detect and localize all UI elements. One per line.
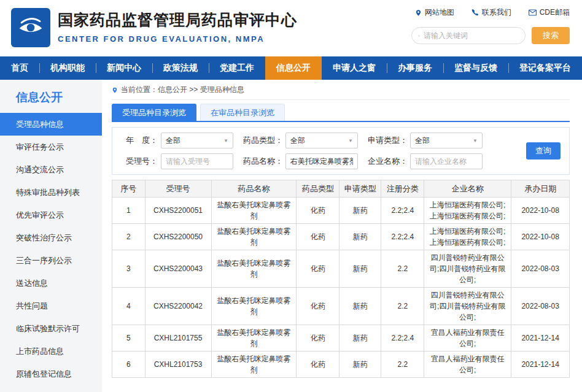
cell-seq: 2 — [112, 224, 146, 250]
sidebar-item[interactable]: 突破性治疗公示 — [0, 226, 102, 249]
cell-drug-type: 化药 — [297, 325, 340, 352]
table-header-cell: 药品名称 — [211, 180, 297, 198]
nav-item-label: 政策法规 — [163, 63, 198, 74]
cell-drug-name: 盐酸右美托咪定鼻喷雾剂 — [211, 288, 297, 325]
cde-mail-link-label: CDE邮箱 — [540, 7, 570, 18]
cell-date: 2022-08-03 — [511, 288, 570, 325]
cell-company: 上海恒瑞医药有限公司;上海恒瑞医药有限公司; — [424, 198, 511, 224]
breadcrumb-text: 当前位置：信息公开 >> 受理品种信息 — [121, 85, 244, 95]
tabs: 受理品种目录浏览 在审品种目录浏览 — [112, 104, 570, 122]
sidebar-item[interactable]: 沟通交流公示 — [0, 158, 102, 181]
company-label: 企业名称： — [368, 156, 407, 167]
tab[interactable]: 受理品种目录浏览 — [112, 104, 196, 121]
cell-drug-type: 化药 — [297, 352, 340, 378]
drug-name-label: 药品名称： — [243, 156, 282, 167]
table-header-row: 序号 受理号 药品名称 药品类型 申请类型 注册分类 企业名称 — [112, 180, 570, 198]
sidebar-item[interactable]: 受理品种信息 — [0, 113, 102, 136]
apply-type-label: 申请类型： — [368, 135, 407, 146]
cell-reg-class: 2.2 — [381, 352, 424, 378]
search-button[interactable]: 搜索 — [532, 27, 570, 44]
cell-seq: 5 — [112, 325, 146, 352]
sidebar-item[interactable]: 特殊审批品种列表 — [0, 181, 102, 204]
cell-reg-class: 2.2;2.4 — [381, 325, 424, 352]
cell-apply-type: 新药 — [340, 198, 381, 224]
company-filter: 企业名称： — [368, 153, 483, 169]
cell-reg-class: 2.2;2.4 — [381, 198, 424, 224]
sidebar-item-label: 审评任务公示 — [16, 142, 64, 152]
sidebar-item-label: 优先审评公示 — [16, 210, 64, 220]
sidebar-item[interactable]: 上市药品信息 — [0, 340, 102, 363]
cde-logo[interactable] — [11, 8, 50, 47]
nav-item[interactable]: 首页 — [0, 56, 39, 80]
sidebar-item[interactable]: 药品目录集信息 — [0, 385, 102, 392]
table-row: 5 CXHL2101755 盐酸右美托咪定鼻喷雾剂 化药 新药 2.2;2.4 … — [112, 325, 570, 352]
query-button[interactable]: 查询 — [526, 142, 561, 159]
nav-item[interactable]: 监督与反馈 — [443, 56, 508, 80]
nav-item[interactable]: 登记备案平台 — [508, 56, 582, 80]
table-header-cell: 申请类型 — [340, 180, 381, 198]
search-box — [411, 27, 526, 44]
accept-no-filter: 受理号： — [118, 153, 233, 169]
drug-type-filter: 药品类型： 全部 ▼ — [243, 133, 358, 148]
nav-item[interactable]: 政策法规 — [152, 56, 209, 80]
sidebar-item-label: 受理品种信息 — [16, 120, 64, 129]
sidebar-item[interactable]: 审评任务公示 — [0, 136, 102, 158]
drug-name-input[interactable] — [285, 153, 358, 169]
sitemap-link[interactable]: 网站地图 — [415, 7, 454, 18]
sidebar-item[interactable]: 送达信息 — [0, 272, 102, 294]
cell-date: 2022-10-08 — [511, 198, 570, 224]
accept-no-label: 受理号： — [118, 156, 158, 167]
nav-item[interactable]: 信息公开 — [265, 56, 322, 80]
filter-panel: 年 度： 全部 ▼ 药品类型： 全部 ▼ 申请类 — [112, 127, 570, 175]
nav-item[interactable]: 党建工作 — [209, 56, 265, 80]
sidebar-item-label: 送达信息 — [16, 279, 48, 288]
nav-item-label: 登记备案平台 — [519, 63, 571, 74]
nav-item-label: 党建工作 — [220, 63, 254, 74]
site-title: 国家药品监督管理局药品审评中心 — [58, 10, 297, 30]
sidebar-item[interactable]: 优先审评公示 — [0, 204, 102, 226]
nav-item[interactable]: 新闻中心 — [96, 56, 152, 80]
company-input[interactable] — [410, 153, 483, 169]
chevron-down-icon: ▼ — [473, 138, 478, 144]
year-select[interactable]: 全部 ▼ — [161, 133, 233, 148]
nav-item[interactable]: 机构职能 — [39, 56, 96, 80]
contact-us-link[interactable]: 联系我们 — [471, 7, 511, 18]
drug-name-filter: 药品名称： — [243, 153, 358, 169]
cell-apply-type: 新药 — [340, 250, 381, 288]
sidebar-item[interactable]: 三合一序列公示 — [0, 249, 102, 272]
year-filter: 年 度： 全部 ▼ — [118, 133, 233, 148]
sidebar-title: 信息公开 — [0, 80, 102, 113]
sitemap-link-label: 网站地图 — [425, 7, 454, 18]
sidebar-item[interactable]: 共性问题 — [0, 294, 102, 317]
main-nav: 首页 机构职能 新闻中心 政策法规 党建工作 信息公开 申请人之窗 — [0, 56, 582, 80]
accept-no-input[interactable] — [161, 153, 233, 169]
nav-item[interactable]: 申请人之窗 — [322, 56, 387, 80]
tab-label: 受理品种目录浏览 — [122, 108, 186, 117]
cell-date: 2021-12-14 — [511, 325, 570, 352]
envelope-icon — [529, 9, 537, 16]
cell-accept-no: CXHS2200042 — [145, 288, 211, 325]
drug-type-select[interactable]: 全部 ▼ — [285, 133, 358, 148]
nav-item-label: 信息公开 — [276, 63, 311, 74]
cell-date: 2022-10-08 — [511, 224, 570, 250]
year-label: 年 度： — [118, 135, 158, 146]
apply-type-select[interactable]: 全部 ▼ — [410, 133, 483, 148]
contact-us-link-label: 联系我们 — [482, 7, 511, 18]
cell-apply-type: 新药 — [340, 352, 381, 378]
cde-mail-link[interactable]: CDE邮箱 — [529, 7, 570, 18]
cell-drug-type: 化药 — [297, 250, 340, 288]
sidebar-item[interactable]: 原辅包登记信息 — [0, 363, 102, 385]
sidebar-item-label: 三合一序列公示 — [16, 256, 72, 265]
search-icon — [418, 32, 420, 40]
search-input[interactable] — [424, 31, 519, 40]
nav-item[interactable]: 办事服务 — [387, 56, 443, 80]
cell-accept-no: CXHS2200043 — [145, 250, 211, 288]
table-row: 1 CXHS2200051 盐酸右美托咪定鼻喷雾剂 化药 新药 2.2;2.4 … — [112, 198, 570, 224]
sidebar-item[interactable]: 临床试验默示许可 — [0, 317, 102, 340]
tab[interactable]: 在审品种目录浏览 — [200, 104, 285, 121]
cell-seq: 1 — [112, 198, 146, 224]
sidebar-item-label: 特殊审批品种列表 — [16, 188, 80, 197]
cell-company: 宜昌人福药业有限责任公司; — [424, 325, 511, 352]
table-header-cell: 承办日期 — [511, 180, 570, 198]
table-header-cell: 序号 — [112, 180, 146, 198]
